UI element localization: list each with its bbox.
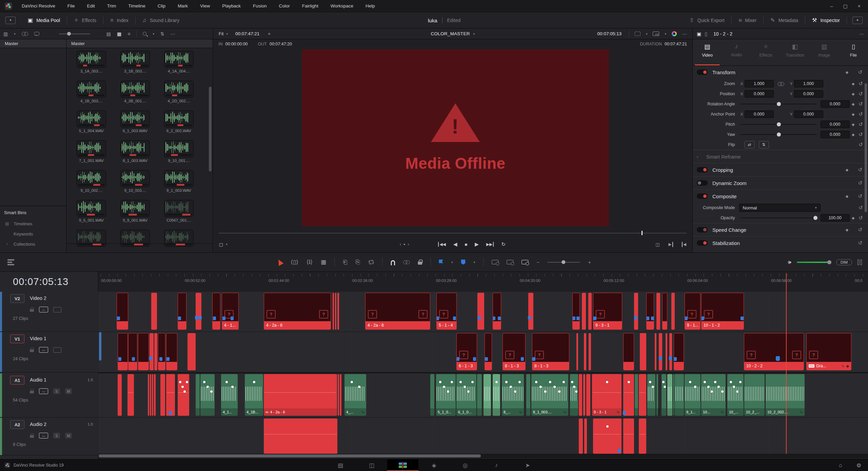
timeline-clip[interactable] [118,333,128,370]
media-clip-tile[interactable]: 4_1B_003.... [77,81,106,103]
zoom-detail-icon[interactable] [507,260,513,264]
timeline-horizontal-scrollbar[interactable] [99,454,868,458]
audio-clip[interactable] [340,374,341,416]
track-destination-button[interactable]: A1 [10,376,24,385]
audio-clip[interactable] [647,374,655,416]
zoom-in-icon[interactable]: + [588,260,591,265]
tab-image[interactable]: ▥Image [810,39,839,65]
value-field[interactable]: 0.000 [821,121,850,128]
tab-transition[interactable]: ◧Transition [781,39,810,65]
zoom-custom-icon[interactable] [521,260,528,264]
crop-tool-icon[interactable]: ▢ [219,242,223,247]
media-clip-tile[interactable]: 6_1_003.WAV [120,110,150,133]
track-lane-v2[interactable]: 4 - 1...?4 - 2a - 6??4 - 2a - 6??5 - 1 -… [99,292,868,331]
audio-clip-4[interactable]: 4_...∿ [344,374,366,416]
timeline-clip[interactable] [212,293,220,330]
audio-clip[interactable] [526,374,530,416]
audio-clip[interactable] [118,374,122,416]
filmstrip-icon[interactable] [53,347,61,353]
reset-icon[interactable]: ↺ [856,69,865,75]
timeline-clip[interactable] [572,293,580,330]
timeline-clip-4-1[interactable]: 4 - 1...? [222,293,239,330]
smart-bin-timelines[interactable]: ▤Timelines [0,219,66,229]
menu-workspace[interactable]: Workspace [331,3,353,8]
timeline-clip[interactable] [656,293,660,330]
timeline-clip-5-1-4[interactable]: 5 - 1 - 4? [436,293,457,330]
audio-clip[interactable] [178,374,189,416]
audio-clip-8-1-003[interactable]: 8_1_003....∿ [531,374,568,416]
keyframe-icon[interactable]: ◆ [850,216,857,220]
audio-clip[interactable] [154,374,156,416]
track-header-a2[interactable]: A2Audio 21.0↔SM9 Clips [0,418,98,455]
section-toggle[interactable] [697,240,708,246]
timeline-clip[interactable] [150,333,154,370]
search-caret-icon[interactable]: ▾ [153,32,154,36]
x-value-field[interactable]: 0.000 [745,90,774,98]
timeline-inspector-icon[interactable]: ▯ [705,31,707,37]
media-clip-tile[interactable]: 4_1A_004.... [164,51,194,73]
timeline-clip[interactable] [138,333,149,370]
track-lane-a1[interactable]: 4_1...4_1B...∞4 - 2a - 64_...∿5_1_0...6_… [99,373,868,417]
loop-button[interactable]: ↻ [501,241,506,247]
thumbnail-size-slider[interactable] [59,34,90,34]
media-clip-tile[interactable]: 4_2B_001.... [120,81,150,103]
media-clip-tile[interactable]: 9_10_001.... [164,140,194,163]
mute-button[interactable]: M [65,388,72,394]
section-toggle[interactable] [697,227,708,232]
reset-icon[interactable]: ↺ [856,227,865,233]
reset-icon[interactable]: ↺ [857,91,865,97]
audio-clip-4-2a-6[interactable]: ∞4 - 2a - 6 [264,374,337,416]
track-lock-icon[interactable] [30,309,34,312]
track-lane-v1[interactable]: 6 - 1 - 3?8 - 1 - 3?8 - 1 - 3?10 - 2 - 2… [99,332,868,372]
audio-clip[interactable] [639,374,646,416]
timeline-clip[interactable] [662,293,667,330]
reset-icon[interactable]: ↺ [857,101,865,107]
menu-edit[interactable]: Edit [87,3,95,8]
reset-icon[interactable]: ↺ [857,111,865,117]
play-button[interactable]: ▶ [475,241,479,247]
minimize-button[interactable]: – [830,3,833,9]
timeline-clip-4-2a-6[interactable]: 4 - 2a - 6?? [264,293,331,330]
track-lock-icon[interactable] [30,391,34,393]
media-clip-tile[interactable]: 3_1A_003.... [77,51,106,73]
timeline-clip[interactable] [671,293,675,330]
y-value-field[interactable]: 1.000 [794,80,823,87]
gang-viewer-icon[interactable] [635,32,640,36]
marker-icon[interactable] [461,260,466,265]
toggle-sound-library[interactable]: ♫Sound Library [136,12,186,28]
dim-button[interactable]: DIM [836,259,852,265]
timeline-clip[interactable] [623,333,634,370]
audio-meters-icon[interactable] [857,260,862,265]
toggle-index[interactable]: ≡Index [103,12,135,28]
usage-comment-icon[interactable] [34,32,39,36]
timeline-clip[interactable] [337,293,339,330]
menu-mark[interactable]: Mark [178,3,188,8]
audio-clip-6-1-0[interactable]: 6_1_0... [456,374,476,416]
timeline-clip-6-1-3[interactable]: 6 - 1 - 3? [456,333,477,370]
audio-clip[interactable] [662,374,666,416]
timeline-clip[interactable] [151,293,157,330]
insert-clip-icon[interactable]: ⎗ [343,259,348,266]
flip-horizontal-button[interactable]: ⇄ [745,141,755,148]
page-deliver[interactable]: ➤ [512,459,543,471]
audio-clip[interactable] [166,374,175,416]
track-destination-button[interactable]: V1 [10,334,24,343]
y-value-field[interactable]: 0.000 [794,90,823,98]
gang-caret-icon[interactable]: ▾ [646,32,648,36]
prev-edit-icon[interactable]: ◀ [682,242,686,247]
page-color[interactable]: ◎ [450,459,481,471]
strip-view-icon[interactable]: ▤ [106,31,111,37]
menu-playback[interactable]: Playback [222,3,241,8]
timeline-clip[interactable] [655,333,656,370]
viewer-more-options-icon[interactable]: ⋯ [682,31,687,37]
sort-icon[interactable]: ⇅ [160,31,164,37]
menu-trim[interactable]: Trim [107,3,116,8]
audio-clip[interactable] [579,374,582,416]
pool-scrollbar[interactable] [209,87,212,171]
viewer-scrub-bar[interactable] [219,233,687,233]
menu-color[interactable]: Color [279,3,290,8]
reset-icon[interactable]: ↺ [857,131,865,138]
project-settings-icon[interactable]: ⚙ [856,462,861,469]
value-slider[interactable] [741,218,816,218]
smart-bin-keywords[interactable]: Keywords [0,229,66,239]
